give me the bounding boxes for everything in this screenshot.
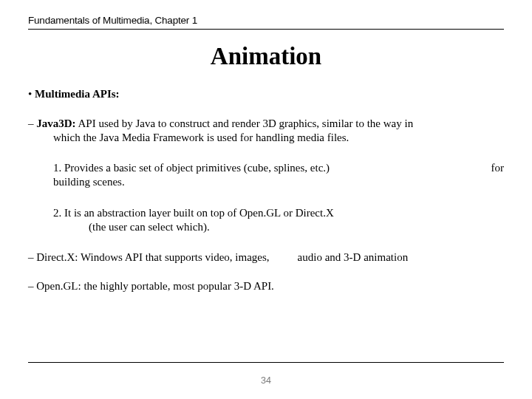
num1-tail: building scenes.: [53, 176, 125, 188]
directx-tail: audio and 3-D animation: [298, 251, 409, 263]
opengl-name: Open.GL:: [36, 280, 81, 292]
java3d-desc-line2: which the Java Media Framework is used f…: [28, 131, 504, 145]
bullet-marker: •: [28, 88, 35, 100]
num1-for: for: [491, 161, 505, 176]
item-opengl: – Open.GL: the highly portable, most pop…: [28, 280, 504, 293]
numbered-item-1: 1. Provides a basic set of object primit…: [28, 161, 504, 190]
num1-main: 1. Provides a basic set of object primit…: [53, 162, 330, 174]
item-directx: – Direct.X: Windows API that supports vi…: [28, 251, 504, 264]
bullet-multimedia-apis: • Multimedia APIs:: [28, 88, 504, 100]
chapter-header: Fundamentals of Multimedia, Chapter 1: [28, 15, 504, 26]
java3d-name: Java3D:: [36, 117, 75, 129]
page-number: 34: [0, 375, 532, 386]
opengl-desc: the highly portable, most popular 3-D AP…: [81, 280, 274, 292]
dash-marker: –: [28, 117, 36, 129]
slide: Fundamentals of Multimedia, Chapter 1 An…: [0, 0, 532, 399]
num2-line2: (the user can select which).: [53, 220, 504, 235]
directx-name: Direct.X:: [36, 251, 78, 263]
slide-title: Animation: [28, 43, 504, 70]
header-divider: [28, 29, 504, 30]
dash-marker: –: [28, 251, 36, 263]
item-java3d: – Java3D: API used by Java to construct …: [28, 117, 504, 145]
footer-divider: [28, 362, 504, 363]
java3d-desc-line1: API used by Java to construct and render…: [76, 117, 414, 129]
numbered-item-2: 2. It is an abstraction layer built on t…: [28, 206, 504, 235]
dash-marker: –: [28, 280, 36, 292]
bullet-label: Multimedia APIs:: [35, 88, 120, 100]
num2-line1: 2. It is an abstraction layer built on t…: [53, 207, 334, 219]
directx-desc: Windows API that supports video, images,: [78, 251, 269, 263]
